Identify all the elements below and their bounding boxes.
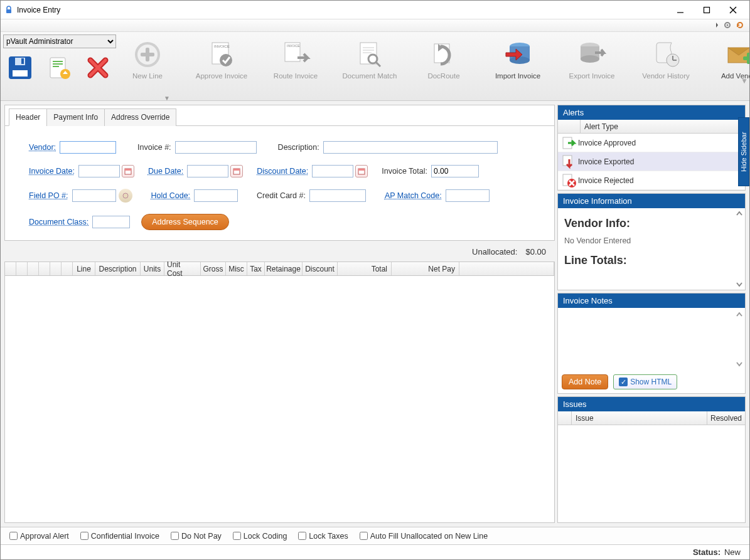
alert-label: Invoice Rejected (578, 176, 634, 185)
do-not-pay-checkbox[interactable]: Do Not Pay (171, 532, 222, 541)
invoice-info-header: Invoice Information (558, 194, 745, 208)
toolbar-add-vendor[interactable]: Add Vendor (709, 37, 750, 80)
ribbon-toolbar: pVault Administrator New LineINVOICEAppr… (1, 32, 749, 101)
pin-icon[interactable] (710, 21, 721, 31)
invoice-date-input[interactable] (78, 165, 120, 177)
issue-column: Issue (572, 411, 707, 425)
approval-alert-checkbox[interactable]: Approval Alert (9, 532, 69, 541)
svg-rect-19 (141, 53, 154, 56)
ap-match-label[interactable]: AP Match Code: (385, 191, 442, 200)
notes-scroll-down-icon[interactable] (735, 359, 744, 368)
document-class-input[interactable] (92, 216, 130, 228)
grid-body[interactable] (5, 276, 554, 522)
toolbar-overflow-icon[interactable]: ▼ (741, 77, 748, 85)
discount-date-calendar-icon[interactable] (355, 165, 368, 177)
issues-body[interactable] (558, 425, 745, 488)
unallocated-label-row: Unallocated: $0.00 (4, 243, 555, 259)
col-retainage[interactable]: Retainage (265, 262, 303, 275)
invoice-info-body: Vendor Info: No Vendor Entered Line Tota… (558, 208, 745, 290)
scroll-down-icon[interactable] (735, 280, 744, 288)
lock-coding-checkbox[interactable]: Lock Coding (233, 532, 287, 541)
invoice-total-input[interactable] (431, 165, 479, 177)
alerts-header: Alerts (558, 105, 745, 120)
show-html-toggle[interactable]: ✓ Show HTML (613, 374, 677, 389)
col-tax[interactable]: Tax (247, 262, 265, 275)
gear-icon[interactable] (723, 21, 733, 31)
refresh-icon[interactable] (736, 21, 746, 31)
vendor-label[interactable]: Vendor: (29, 143, 56, 152)
alert-row-approved[interactable]: Invoice Approved (558, 134, 745, 152)
col-gross[interactable]: Gross (201, 262, 226, 275)
notes-body[interactable] (558, 308, 745, 371)
discount-date-label[interactable]: Discount Date: (257, 167, 308, 176)
close-button[interactable] (726, 3, 741, 18)
svg-rect-10 (21, 58, 24, 64)
due-date-calendar-icon[interactable] (230, 165, 243, 177)
address-sequence-button[interactable]: Address Sequence (141, 214, 229, 230)
ap-match-input[interactable] (446, 189, 490, 202)
field-po-label[interactable]: Field PO #: (29, 191, 68, 200)
vendor-info-heading: Vendor Info: (564, 217, 739, 230)
vendor-history-icon (648, 37, 683, 72)
lock-taxes-checkbox[interactable]: Lock Taxes (298, 532, 348, 541)
svg-rect-13 (53, 63, 63, 65)
discount-date-input[interactable] (312, 165, 353, 177)
document-class-label[interactable]: Document Class: (29, 218, 88, 226)
col-discount[interactable]: Discount (303, 262, 338, 275)
docroute-icon (426, 37, 461, 72)
alert-row-exported[interactable]: Invoice Exported (558, 152, 745, 171)
invoice-total-label: Invoice Total: (382, 167, 427, 176)
invoice-num-input[interactable] (175, 141, 257, 154)
alert-label: Invoice Approved (578, 139, 636, 147)
alert-label: Invoice Exported (578, 157, 634, 166)
alert-row-rejected[interactable]: Invoice Rejected (558, 171, 745, 190)
col-unit-cost[interactable]: Unit Cost (164, 262, 201, 275)
hold-code-label[interactable]: Hold Code: (151, 191, 191, 200)
svg-rect-49 (358, 169, 365, 171)
col-description[interactable]: Description (95, 262, 141, 275)
invoice-date-label[interactable]: Invoice Date: (29, 167, 75, 176)
delete-button[interactable] (82, 52, 114, 83)
tab-header[interactable]: Header (9, 108, 47, 126)
col-net-pay[interactable]: Net Pay (392, 262, 459, 275)
field-po-input[interactable] (72, 189, 116, 202)
notes-scroll-up-icon[interactable] (735, 310, 744, 319)
line-items-grid: Line Description Units Unit Cost Gross M… (4, 262, 555, 523)
col-line[interactable]: Line (73, 262, 95, 275)
hide-sidebar-toggle[interactable]: Hide Sidebar (738, 117, 749, 186)
toolbar-label: Document Match (343, 72, 397, 80)
col-misc[interactable]: Misc (226, 262, 247, 275)
svg-rect-0 (6, 9, 11, 13)
scroll-up-icon[interactable] (735, 209, 744, 218)
svg-point-50 (123, 193, 128, 198)
svg-rect-43 (747, 53, 750, 64)
save-button[interactable] (4, 52, 36, 83)
vendor-input[interactable] (60, 141, 116, 154)
field-po-lookup-icon[interactable] (119, 189, 132, 203)
minimize-button[interactable] (673, 3, 688, 18)
credit-card-input[interactable] (309, 189, 366, 202)
due-date-input[interactable] (187, 165, 228, 177)
tab-payment-info[interactable]: Payment Info (46, 108, 105, 126)
svg-point-34 (510, 56, 530, 64)
svg-rect-8 (13, 70, 28, 77)
issues-header: Issues (558, 397, 745, 411)
description-input[interactable] (323, 141, 498, 154)
lock-icon (4, 6, 13, 14)
route-invoice-icon: INVOICE (278, 37, 313, 72)
user-select[interactable]: pVault Administrator (3, 34, 116, 48)
show-html-label: Show HTML (630, 378, 672, 386)
auto-fill-checkbox[interactable]: Auto Fill Unallocated on New Line (360, 532, 488, 541)
maximize-button[interactable] (699, 3, 714, 18)
col-total[interactable]: Total (338, 262, 392, 275)
invoice-date-calendar-icon[interactable] (122, 165, 134, 177)
col-units[interactable]: Units (141, 262, 164, 275)
tab-address-override[interactable]: Address Override (104, 108, 176, 126)
toolbar-import-invoice[interactable]: Import Invoice (486, 37, 549, 80)
hold-code-input[interactable] (194, 189, 238, 202)
add-note-button[interactable]: Add Note (562, 374, 608, 389)
new-document-button[interactable] (43, 52, 75, 83)
confidential-invoice-checkbox[interactable]: Confidential Invoice (80, 532, 159, 541)
new-line-icon (130, 37, 165, 72)
due-date-label[interactable]: Due Date: (148, 167, 183, 176)
